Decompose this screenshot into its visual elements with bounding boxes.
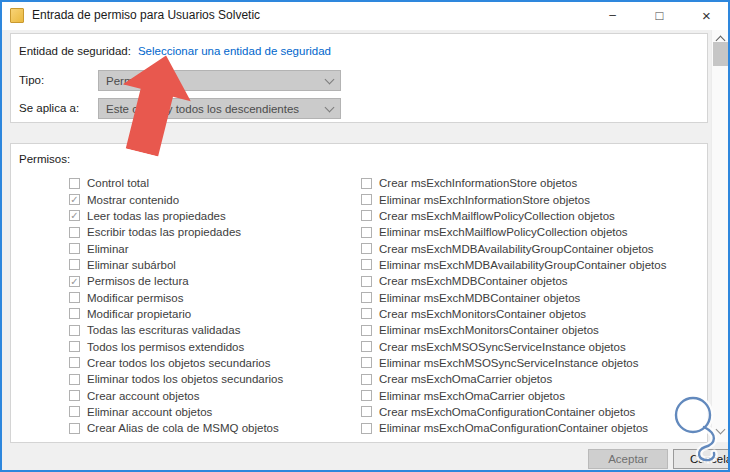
permission-row: Eliminar msExchMDBContainer objetos: [361, 289, 666, 305]
checkbox-icon[interactable]: [69, 325, 80, 336]
checkbox-icon[interactable]: [69, 292, 80, 303]
permission-row: Crear msExchMailflowPolicyCollection obj…: [361, 208, 666, 224]
permission-label: Eliminar msExchMonitorsContainer objetos: [379, 324, 599, 336]
checkbox-icon[interactable]: [69, 243, 80, 254]
chevron-down-icon: [325, 102, 335, 112]
checkbox-checked-icon[interactable]: ✓: [69, 276, 80, 287]
minimize-button[interactable]: –: [589, 0, 636, 30]
permission-label: Crear msExchMSOSyncServiceInstance objet…: [379, 341, 626, 353]
checkbox-icon[interactable]: [69, 308, 80, 319]
permission-label: Crear msExchOmaCarrier objetos: [379, 373, 552, 385]
permission-row: Eliminar account objetos: [69, 404, 283, 420]
permission-row: Modificar propietario: [69, 306, 283, 322]
permission-label: Eliminar account objetos: [87, 406, 212, 418]
checkbox-icon[interactable]: [361, 227, 372, 238]
permission-row: Crear msExchInformationStore objetos: [361, 175, 666, 191]
checkbox-icon[interactable]: [361, 423, 372, 434]
vertical-scrollbar[interactable]: [711, 30, 729, 442]
maximize-button[interactable]: □: [636, 0, 683, 30]
type-value: Permitir: [106, 75, 146, 87]
checkbox-icon[interactable]: [361, 210, 372, 221]
checkbox-checked-icon[interactable]: ✓: [69, 194, 80, 205]
checkbox-icon[interactable]: [361, 292, 372, 303]
accept-button[interactable]: Aceptar: [588, 449, 668, 469]
checkbox-icon[interactable]: [69, 357, 80, 368]
checkbox-icon[interactable]: [69, 227, 80, 238]
permission-row: Crear msExchOmaConfigurationContainer ob…: [361, 404, 666, 420]
type-dropdown[interactable]: Permitir: [98, 70, 341, 91]
permission-label: Modificar propietario: [87, 308, 191, 320]
permission-row: ✓Leer todas las propiedades: [69, 208, 283, 224]
permission-label: Crear account objetos: [87, 390, 200, 402]
permission-label: Crear todos los objetos secundarios: [87, 357, 270, 369]
permission-row: Eliminar subárbol: [69, 257, 283, 273]
checkbox-icon[interactable]: [69, 390, 80, 401]
title-bar[interactable]: Entrada de permiso para Usuarios Solveti…: [0, 0, 730, 30]
permission-row: Crear msExchMonitorsContainer objetos: [361, 306, 666, 322]
permission-label: Escribir todas las propiedades: [87, 226, 241, 238]
permission-label: Mostrar contenido: [87, 194, 179, 206]
permission-label: Crear msExchInformationStore objetos: [379, 177, 577, 189]
applies-to-label: Se aplica a:: [19, 102, 79, 114]
cancel-button[interactable]: Cancelar: [673, 449, 730, 469]
checkbox-icon[interactable]: [361, 243, 372, 254]
select-principal-link[interactable]: Seleccionar una entidad de seguridad: [138, 45, 331, 57]
checkbox-icon[interactable]: [69, 423, 80, 434]
window-controls: – □ ×: [589, 0, 730, 30]
permission-row: Crear msExchMDBAvailabilityGroupContaine…: [361, 240, 666, 256]
permissions-column-right: Crear msExchInformationStore objetosElim…: [361, 175, 666, 437]
permission-label: Todos los permisos extendidos: [87, 341, 244, 353]
permission-row: Crear msExchMDBContainer objetos: [361, 273, 666, 289]
checkbox-icon[interactable]: [69, 374, 80, 385]
permission-row: Control total: [69, 175, 283, 191]
checkbox-icon[interactable]: [361, 390, 372, 401]
checkbox-icon[interactable]: [69, 406, 80, 417]
checkbox-icon[interactable]: [361, 357, 372, 368]
checkbox-icon[interactable]: [361, 341, 372, 352]
checkbox-icon[interactable]: [69, 178, 80, 189]
checkbox-icon[interactable]: [361, 194, 372, 205]
permission-label: Permisos de lectura: [87, 275, 189, 287]
checkbox-icon[interactable]: [361, 276, 372, 287]
permission-label: Crear msExchMonitorsContainer objetos: [379, 308, 586, 320]
permission-label: Eliminar todos los objetos secundarios: [87, 373, 283, 385]
permission-row: Todas las escrituras validadas: [69, 322, 283, 338]
permission-row: Eliminar msExchOmaConfigurationContainer…: [361, 420, 666, 436]
checkbox-icon[interactable]: [361, 374, 372, 385]
checkbox-icon[interactable]: [361, 406, 372, 417]
scroll-down-icon[interactable]: [716, 425, 726, 435]
permission-row: Crear msExchOmaCarrier objetos: [361, 371, 666, 387]
permission-row: Crear Alias de cola de MSMQ objetos: [69, 420, 283, 436]
permission-label: Crear msExchOmaConfigurationContainer ob…: [379, 406, 635, 418]
permission-label: Crear msExchMDBContainer objetos: [379, 275, 568, 287]
checkbox-checked-icon[interactable]: ✓: [69, 210, 80, 221]
permission-row: Modificar permisos: [69, 289, 283, 305]
checkbox-icon[interactable]: [361, 325, 372, 336]
permission-row: ✓Permisos de lectura: [69, 273, 283, 289]
dialog-title: Entrada de permiso para Usuarios Solveti…: [32, 8, 260, 22]
permission-row: Crear todos los objetos secundarios: [69, 355, 283, 371]
checkbox-icon[interactable]: [361, 178, 372, 189]
permission-label: Eliminar msExchMailflowPolicyCollection …: [379, 226, 628, 238]
permission-label: Eliminar: [87, 243, 129, 255]
checkbox-icon[interactable]: [361, 308, 372, 319]
permissions-column-left: Control total✓Mostrar contenido✓Leer tod…: [69, 175, 283, 437]
permission-label: Crear msExchMDBAvailabilityGroupContaine…: [379, 243, 654, 255]
checkbox-icon[interactable]: [361, 259, 372, 270]
permission-label: Eliminar msExchMDBContainer objetos: [379, 292, 580, 304]
permission-label: Leer todas las propiedades: [87, 210, 226, 222]
dialog-icon: [10, 8, 24, 23]
checkbox-icon[interactable]: [69, 259, 80, 270]
close-button[interactable]: ×: [683, 0, 730, 30]
permission-label: Eliminar msExchOmaConfigurationContainer…: [379, 422, 648, 434]
permission-row: Eliminar msExchOmaCarrier objetos: [361, 387, 666, 403]
chevron-down-icon: [325, 74, 335, 84]
applies-to-dropdown[interactable]: Este objeto y todos los descendientes: [98, 98, 341, 119]
permission-row: Eliminar msExchMonitorsContainer objetos: [361, 322, 666, 338]
permissions-section: Permisos: Control total✓Mostrar contenid…: [10, 143, 708, 443]
permission-label: Eliminar subárbol: [87, 259, 176, 271]
scrollbar-thumb[interactable]: [713, 42, 728, 66]
permissions-label: Permisos:: [19, 153, 70, 165]
permission-label: Eliminar msExchInformationStore objetos: [379, 194, 590, 206]
checkbox-icon[interactable]: [69, 341, 80, 352]
